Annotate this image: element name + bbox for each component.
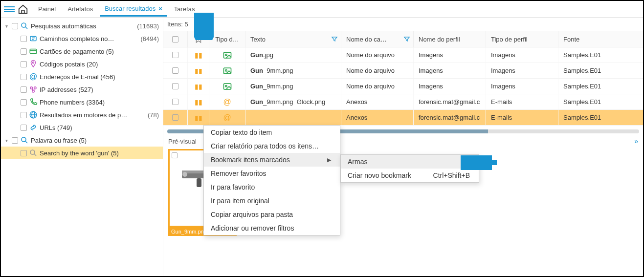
cell-tperfil: Imagens	[486, 47, 558, 63]
checkbox[interactable]	[172, 83, 178, 89]
content-pane: Itens: 5 Tipo d… Texto Nome do ca… Nome …	[163, 18, 643, 276]
checkbox[interactable]	[21, 61, 27, 67]
table-row[interactable]: ▮▮Gun_9mm.pngNome do arquivoImagensImage…	[163, 63, 643, 79]
menu-add-remove-filters[interactable]: Adicionar ou remover filtros	[204, 221, 340, 235]
col-nome-campo[interactable]: Nome do ca…	[341, 31, 414, 47]
checkbox[interactable]	[21, 150, 27, 156]
table-row[interactable]: ▮▮@Gun_9mm.png Glock.pngAnexosforensic.m…	[163, 94, 643, 110]
bookmark-icon[interactable]: ▮▮	[195, 51, 202, 59]
col-bookmark[interactable]	[188, 31, 209, 47]
menu-goto-original[interactable]: Ir para item original	[204, 194, 340, 208]
checkbox[interactable]	[12, 137, 18, 144]
bookmark-icon[interactable]: ▮▮	[195, 67, 202, 75]
col-label: Nome do ca…	[346, 36, 387, 43]
tree-label: Resultados em motores de p…	[40, 111, 146, 119]
checkbox[interactable]	[21, 99, 27, 106]
bookmark-icon[interactable]: ▮▮	[195, 83, 202, 90]
checkbox[interactable]	[172, 152, 178, 158]
image-icon	[222, 82, 232, 91]
checkbox[interactable]	[172, 114, 178, 121]
checkbox[interactable]	[172, 52, 178, 58]
col-tipo[interactable]: Tipo d…	[209, 31, 245, 47]
items-count: Itens: 5	[163, 18, 643, 31]
svg-point-27	[182, 172, 187, 177]
menu-copy-files[interactable]: Copiar arquivos para pasta	[204, 208, 340, 221]
home-icon[interactable]	[18, 4, 28, 15]
tree-label: Phone numbers (3364)	[40, 99, 157, 106]
chevron-right-icon: ▶	[327, 157, 331, 163]
checkbox[interactable]	[21, 48, 27, 55]
col-check[interactable]	[163, 31, 188, 47]
checkbox[interactable]	[12, 23, 18, 29]
link-icon	[29, 123, 38, 132]
col-fonte[interactable]: Fonte	[558, 31, 632, 47]
bookmark-icon[interactable]: ▮▮	[195, 98, 202, 106]
checkbox[interactable]	[172, 36, 178, 43]
tab-label: Buscar resultados	[105, 5, 155, 12]
filter-icon[interactable]	[403, 36, 410, 43]
chevron-down-icon[interactable]: ▾	[3, 23, 10, 29]
col-nome-perfil[interactable]: Nome do perfil	[414, 31, 486, 47]
checkbox[interactable]	[21, 112, 27, 118]
menu-bookmark-marked[interactable]: Bookmark itens marcados▶	[204, 153, 340, 167]
checkbox[interactable]	[172, 99, 178, 105]
cell-fonte: Samples.E01	[558, 79, 632, 94]
tab-artefatos[interactable]: Artefatos	[63, 2, 98, 16]
cell-campo: Anexos	[341, 110, 414, 125]
cell-perfil: forensic.mat@gmail.c	[414, 94, 486, 109]
cell-campo: Nome do arquivo	[341, 63, 414, 78]
tree-label: Palavra ou frase (5)	[31, 137, 163, 144]
col-tipo-perfil[interactable]: Tipo de perfil	[486, 31, 558, 47]
close-icon[interactable]: ×	[158, 5, 162, 12]
bookmark-icon[interactable]: ▮▮	[195, 114, 202, 122]
table-row[interactable]: ▮▮Gun_9mm.pngNome do arquivoImagensImage…	[163, 79, 643, 94]
cell-texto: Gun.jpg	[245, 47, 341, 63]
checkbox[interactable]	[172, 67, 178, 74]
cell-campo: Anexos	[341, 94, 414, 109]
sidebar-item[interactable]: Códigos postais (20)	[1, 58, 163, 70]
tree-label: Cartões de pagamento (5)	[40, 48, 157, 55]
thumb-name: Gun_9mm.png	[171, 229, 207, 234]
tree-label: Pesquisas automáticas	[31, 22, 135, 30]
filter-icon[interactable]	[331, 36, 338, 43]
col-label: Texto	[250, 36, 266, 43]
sidebar-item[interactable]: IP addresses (527)	[1, 83, 163, 96]
checkbox[interactable]	[21, 86, 27, 93]
sidebar: ▾ Pesquisas automáticas (11693) Caminhos…	[1, 18, 163, 276]
sidebar-item[interactable]: URLs (749)	[1, 121, 163, 134]
at-icon: @	[29, 72, 38, 81]
tab-buscar-resultados[interactable]: Buscar resultados ×	[100, 2, 167, 17]
col-texto[interactable]: Texto	[245, 31, 341, 47]
tab-painel[interactable]: Painel	[33, 2, 61, 16]
submenu-new-bookmark[interactable]: Criar novo bookmarkCtrl+Shift+B	[341, 169, 479, 182]
svg-point-23	[225, 85, 226, 86]
checkbox[interactable]	[21, 36, 27, 42]
chevron-down-icon[interactable]: ▾	[3, 138, 10, 143]
cell-tperfil: Imagens	[486, 63, 558, 78]
tree-count: (11693)	[137, 22, 163, 30]
sidebar-item[interactable]: Resultados em motores de p…(78)	[1, 108, 163, 121]
expand-icon[interactable]: »	[634, 137, 638, 145]
menu-copy-text[interactable]: Copiar texto do item	[204, 126, 340, 139]
sidebar-item[interactable]: Cartões de pagamento (5)	[1, 45, 163, 58]
sidebar-item[interactable]: Phone numbers (3364)	[1, 96, 163, 108]
tree-group-phrase[interactable]: ▾ Palavra ou frase (5)	[1, 134, 163, 147]
checkbox[interactable]	[21, 125, 27, 131]
hamburger-icon[interactable]	[4, 4, 15, 15]
tree-group-auto[interactable]: ▾ Pesquisas automáticas (11693)	[1, 20, 163, 32]
sidebar-item[interactable]: @Endereços de E-mail (456)	[1, 70, 163, 83]
sidebar-item-search-gun[interactable]: Search by the word 'gun' (5)	[1, 147, 163, 159]
topbar: Painel Artefatos Buscar resultados × Tar…	[1, 1, 643, 18]
submenu-armas[interactable]: Armas	[341, 155, 479, 169]
checkbox[interactable]	[21, 74, 27, 80]
table-row[interactable]: ▮▮Gun.jpgNome do arquivoImagensImagensSa…	[163, 47, 643, 63]
svg-point-5	[33, 62, 34, 64]
tab-tarefas[interactable]: Tarefas	[169, 2, 200, 16]
sidebar-item[interactable]: Caminhos completos no…(6494)	[1, 32, 163, 45]
tree-label: Search by the word 'gun' (5)	[40, 149, 163, 157]
menu-create-report[interactable]: Criar relatório para todos os itens…	[204, 139, 340, 153]
search-icon	[29, 149, 38, 157]
table-row[interactable]: ▮▮@Anexosforensic.mat@gmail.cE-mailsSamp…	[163, 110, 643, 126]
menu-goto-fav[interactable]: Ir para favorito	[204, 180, 340, 194]
menu-remove-fav[interactable]: Remover favoritos	[204, 167, 340, 180]
